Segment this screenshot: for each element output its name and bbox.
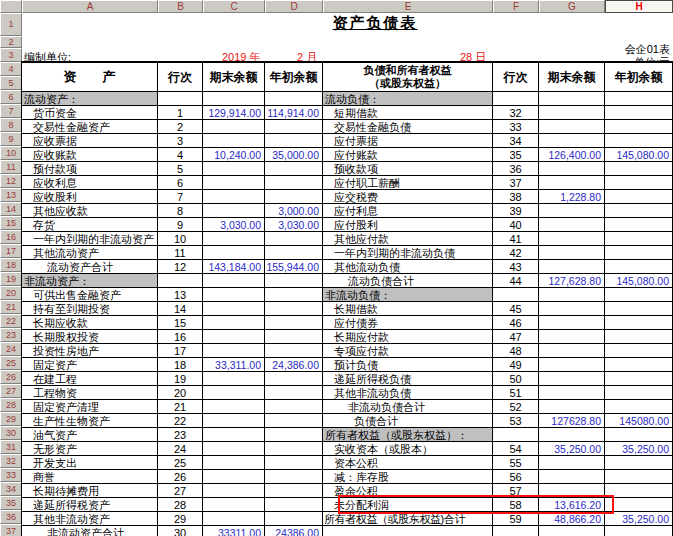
cell-B27-line[interactable]: 20 — [158, 386, 203, 400]
cell-G12-ending[interactable] — [539, 176, 605, 190]
cell-A20-label[interactable]: 可供出售金融资产 — [22, 288, 158, 302]
cell-H10-beginning[interactable]: 145,080.00 — [605, 148, 673, 162]
cell-H7-beginning[interactable] — [605, 106, 673, 120]
cell-G31-ending[interactable]: 35,250.00 — [539, 442, 605, 456]
cell-A22-label[interactable]: 长期应收款 — [22, 316, 158, 330]
cell-E21-label[interactable]: 长期借款 — [323, 302, 493, 316]
cell-D17-beginning[interactable] — [265, 246, 323, 260]
cell-G14-ending[interactable] — [539, 204, 605, 218]
row-header-16[interactable]: 16 — [0, 230, 22, 244]
cell-G21-ending[interactable] — [539, 302, 605, 316]
cell-F30-line[interactable] — [493, 428, 539, 442]
cell-C26-ending[interactable] — [203, 372, 265, 386]
cell-E9-label[interactable]: 应付票据 — [323, 134, 493, 148]
cell-C11-ending[interactable] — [203, 162, 265, 176]
cell-G7-ending[interactable] — [539, 106, 605, 120]
cell-A35-label[interactable]: 递延所得税资产 — [22, 498, 158, 512]
beginning-balance-header-cell[interactable]: 年初余额 — [265, 63, 323, 92]
cell-E28-label[interactable]: 非流动负债合计 — [323, 400, 493, 414]
cell-D7-beginning[interactable]: 114,914.00 — [265, 106, 323, 120]
cell-A8-label[interactable]: 交易性金融资产 — [22, 120, 158, 134]
cell-G32-ending[interactable] — [539, 456, 605, 470]
cell-G33-ending[interactable] — [539, 470, 605, 484]
cell-D19-beginning[interactable] — [265, 274, 323, 288]
cell-B20-line[interactable]: 13 — [158, 288, 203, 302]
cell-A37-label[interactable]: 非流动资产合计 — [22, 526, 158, 536]
cell-H32-beginning[interactable] — [605, 456, 673, 470]
cell-C20-ending[interactable] — [203, 288, 265, 302]
liabilities-header-cell[interactable]: 负债和所有者权益 （或股东权益） — [323, 63, 493, 92]
cell-A27-label[interactable]: 工程物资 — [22, 386, 158, 400]
cell-B37-line[interactable]: 30 — [158, 526, 203, 536]
column-header-F[interactable]: F — [493, 0, 539, 13]
cell-G36-ending[interactable]: 48,866.20 — [539, 512, 605, 526]
cell-A15-label[interactable]: 存货 — [22, 218, 158, 232]
cell-G28-ending[interactable] — [539, 400, 605, 414]
cell-C6-ending[interactable] — [203, 92, 265, 106]
cell-D8-beginning[interactable] — [265, 120, 323, 134]
cell-C25-ending[interactable]: 33,311.00 — [203, 358, 265, 372]
cell-D35-beginning[interactable] — [265, 498, 323, 512]
row-header-18[interactable]: 18 — [0, 258, 22, 272]
cell-C24-ending[interactable] — [203, 344, 265, 358]
column-header-B[interactable]: B — [158, 0, 203, 13]
cell-F16-line[interactable]: 41 — [493, 232, 539, 246]
row-header-8[interactable]: 8 — [0, 118, 22, 132]
cell-G24-ending[interactable] — [539, 344, 605, 358]
cell-H12-beginning[interactable] — [605, 176, 673, 190]
cell-B14-line[interactable]: 8 — [158, 204, 203, 218]
row-header-26[interactable]: 26 — [0, 370, 22, 384]
cell-H28-beginning[interactable] — [605, 400, 673, 414]
cell-H21-beginning[interactable] — [605, 302, 673, 316]
row-header-32[interactable]: 32 — [0, 454, 22, 468]
cell-D25-beginning[interactable]: 24,386.00 — [265, 358, 323, 372]
cell-B22-line[interactable]: 15 — [158, 316, 203, 330]
cell-B36-line[interactable]: 29 — [158, 512, 203, 526]
cell-H29-beginning[interactable]: 145080.00 — [605, 414, 673, 428]
column-header-C[interactable]: C — [203, 0, 265, 13]
cell-C9-ending[interactable] — [203, 134, 265, 148]
cell-F20-line[interactable] — [493, 288, 539, 302]
cell-G23-ending[interactable] — [539, 330, 605, 344]
column-header-H[interactable]: H — [605, 0, 673, 13]
row-header-3[interactable]: 3 — [0, 48, 22, 62]
cell-C30-ending[interactable] — [203, 428, 265, 442]
cell-B28-line[interactable]: 21 — [158, 400, 203, 414]
cell-E8-label[interactable]: 交易性金融负债 — [323, 120, 493, 134]
cell-F27-line[interactable]: 51 — [493, 386, 539, 400]
row-header-1[interactable]: 1 — [0, 13, 22, 36]
cell-B15-line[interactable]: 9 — [158, 218, 203, 232]
cell-D20-beginning[interactable] — [265, 288, 323, 302]
cell-E32-label[interactable]: 资本公积 — [323, 456, 493, 470]
cell-G29-ending[interactable]: 127628.80 — [539, 414, 605, 428]
cell-F7-line[interactable]: 32 — [493, 106, 539, 120]
row-header-21[interactable]: 21 — [0, 300, 22, 314]
cell-D15-beginning[interactable]: 3,030.00 — [265, 218, 323, 232]
cell-G18-ending[interactable] — [539, 260, 605, 274]
cell-G6-ending[interactable] — [539, 92, 605, 106]
cell-E27-label[interactable]: 其他非流动负债 — [323, 386, 493, 400]
cell-A29-label[interactable]: 生产性生物资产 — [22, 414, 158, 428]
line-no-header-cell[interactable]: 行次 — [158, 63, 203, 92]
cell-A7-label[interactable]: 货币资金 — [22, 106, 158, 120]
row-header-12[interactable]: 12 — [0, 174, 22, 188]
cell-C32-ending[interactable] — [203, 456, 265, 470]
cell-A18-label[interactable]: 流动资产合计 — [22, 260, 158, 274]
cell-G11-ending[interactable] — [539, 162, 605, 176]
cell-B16-line[interactable]: 10 — [158, 232, 203, 246]
row-header-17[interactable]: 17 — [0, 244, 22, 258]
cell-C31-ending[interactable] — [203, 442, 265, 456]
cell-E15-label[interactable]: 应付股利 — [323, 218, 493, 232]
select-all-corner[interactable] — [0, 0, 22, 13]
cell-D18-beginning[interactable]: 155,944.00 — [265, 260, 323, 274]
assets-header-cell[interactable]: 资 产 — [22, 63, 158, 92]
cell-D32-beginning[interactable] — [265, 456, 323, 470]
row-header-37[interactable]: 37 — [0, 524, 22, 536]
row-header-25[interactable]: 25 — [0, 356, 22, 370]
cell-F36-line[interactable]: 59 — [493, 512, 539, 526]
row-header-6[interactable]: 6 — [0, 90, 22, 104]
cell-B21-line[interactable]: 14 — [158, 302, 203, 316]
cell-D27-beginning[interactable] — [265, 386, 323, 400]
cell-B24-line[interactable]: 17 — [158, 344, 203, 358]
beginning-balance-header-cell-2[interactable]: 年初余额 — [605, 63, 673, 92]
